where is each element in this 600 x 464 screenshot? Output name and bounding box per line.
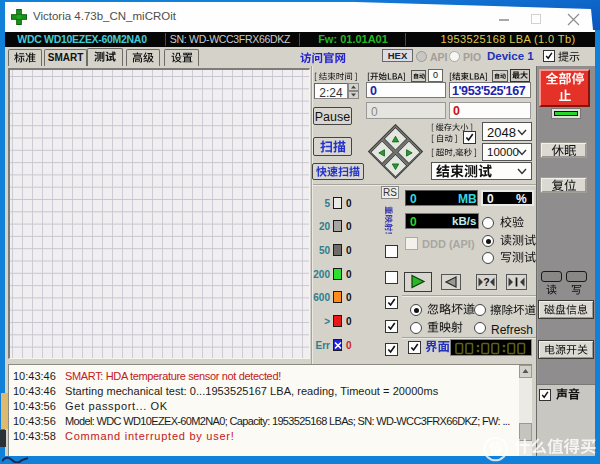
svg-text:?: ? bbox=[483, 276, 489, 288]
